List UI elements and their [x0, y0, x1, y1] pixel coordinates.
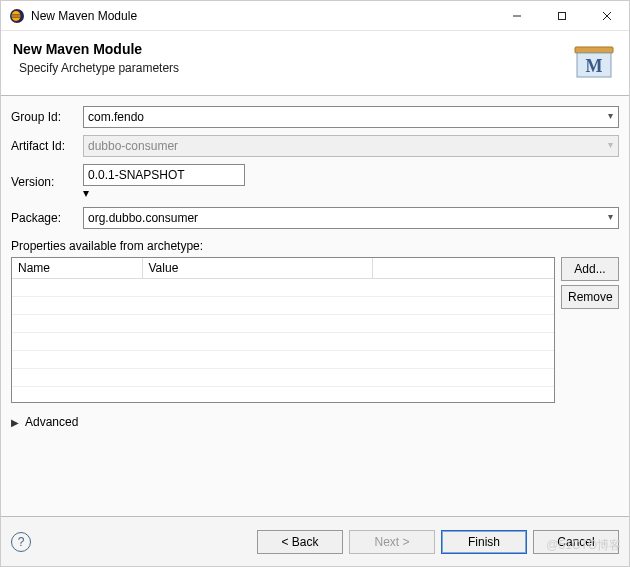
svg-rect-2: [11, 14, 21, 15]
group-id-label: Group Id:: [11, 110, 79, 124]
column-name[interactable]: Name: [12, 258, 142, 279]
cancel-button[interactable]: Cancel: [533, 530, 619, 554]
chevron-down-icon: ▾: [83, 186, 89, 200]
add-button[interactable]: Add...: [561, 257, 619, 281]
properties-table[interactable]: Name Value: [11, 257, 555, 403]
advanced-toggle[interactable]: ▶ Advanced: [11, 415, 619, 429]
svg-rect-8: [575, 47, 613, 53]
next-button: Next >: [349, 530, 435, 554]
form-area: Group Id: ▾ Artifact Id: ▾ Version: ▾ Pa…: [1, 95, 629, 516]
group-id-input[interactable]: [83, 106, 619, 128]
package-input[interactable]: [83, 207, 619, 229]
svg-rect-5: [558, 12, 565, 19]
chevron-right-icon: ▶: [11, 417, 19, 428]
package-label: Package:: [11, 211, 79, 225]
column-value[interactable]: Value: [142, 258, 372, 279]
table-row[interactable]: [12, 333, 554, 351]
artifact-id-input: [83, 135, 619, 157]
advanced-label: Advanced: [25, 415, 78, 429]
help-icon[interactable]: ?: [11, 532, 31, 552]
page-title: New Maven Module: [13, 41, 571, 57]
wizard-footer: ? < Back Next > Finish Cancel: [1, 516, 629, 566]
properties-label: Properties available from archetype:: [11, 239, 619, 253]
version-input[interactable]: [83, 164, 245, 186]
column-spacer: [372, 258, 554, 279]
back-button[interactable]: < Back: [257, 530, 343, 554]
artifact-id-label: Artifact Id:: [11, 139, 79, 153]
table-row[interactable]: [12, 297, 554, 315]
table-row[interactable]: [12, 279, 554, 297]
table-row[interactable]: [12, 369, 554, 387]
table-row[interactable]: [12, 351, 554, 369]
page-subtitle: Specify Archetype parameters: [19, 61, 571, 75]
wizard-banner: New Maven Module Specify Archetype param…: [1, 31, 629, 95]
window-controls: [494, 1, 629, 30]
version-label: Version:: [11, 175, 79, 189]
titlebar: New Maven Module: [1, 1, 629, 31]
table-row[interactable]: [12, 315, 554, 333]
svg-text:M: M: [586, 56, 603, 76]
svg-point-1: [12, 11, 21, 21]
finish-button[interactable]: Finish: [441, 530, 527, 554]
window-title: New Maven Module: [31, 9, 494, 23]
maximize-button[interactable]: [539, 1, 584, 30]
svg-rect-3: [11, 16, 21, 17]
eclipse-icon: [9, 8, 25, 24]
maven-icon: M: [571, 41, 617, 81]
close-button[interactable]: [584, 1, 629, 30]
minimize-button[interactable]: [494, 1, 539, 30]
remove-button[interactable]: Remove: [561, 285, 619, 309]
